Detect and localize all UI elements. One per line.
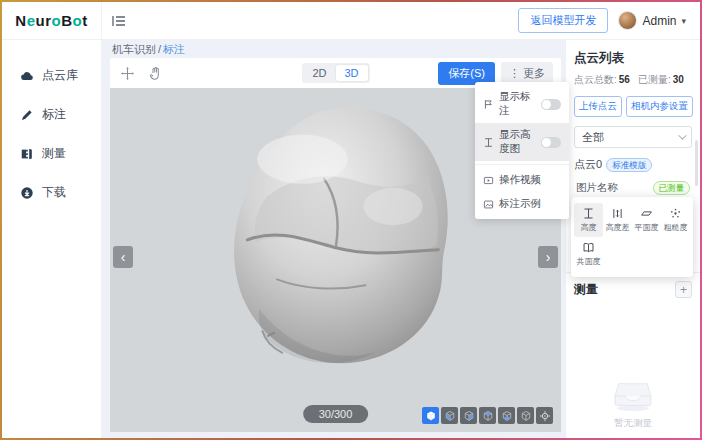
more-label: 更多 bbox=[523, 66, 545, 81]
measure-empty-state: 暂无测量 bbox=[566, 379, 700, 430]
back-to-model-dev-button[interactable]: 返回模型开发 bbox=[518, 8, 608, 33]
sidebar: 点云库 标注 测量 下载 bbox=[2, 40, 102, 438]
view-2d-tab[interactable]: 2D bbox=[304, 65, 336, 81]
empty-state-text: 暂无测量 bbox=[614, 417, 652, 430]
sidebar-collapse-icon[interactable] bbox=[112, 15, 126, 27]
stat-label: 已测量: bbox=[638, 74, 671, 85]
breadcrumb-separator: / bbox=[158, 43, 161, 55]
reset-view-button[interactable] bbox=[536, 407, 553, 424]
filter-selected-value: 全部 bbox=[582, 130, 604, 145]
user-menu[interactable]: Admin ▾ bbox=[618, 11, 686, 30]
point-cloud-library-icon bbox=[20, 69, 34, 83]
height-icon bbox=[582, 207, 595, 220]
tool-roughness[interactable]: 粗糙度 bbox=[661, 203, 690, 237]
status-badge: 已测量 bbox=[653, 181, 691, 195]
menu-item-show-heightmap[interactable]: 显示高度图 bbox=[475, 123, 569, 161]
user-name: Admin bbox=[642, 14, 676, 28]
tooth-model bbox=[208, 102, 464, 368]
tool-height[interactable]: 高度 bbox=[574, 203, 603, 237]
upload-pointcloud-button[interactable]: 上传点云 bbox=[574, 96, 622, 117]
height-difference-icon bbox=[611, 207, 624, 220]
view-cube-back-button[interactable] bbox=[460, 407, 477, 424]
show-annotation-toggle[interactable] bbox=[541, 99, 561, 110]
canvas-card: 2D 3D 保存(S) ⋮更多 显示标注 bbox=[110, 58, 561, 432]
menu-divider bbox=[475, 164, 569, 165]
view-3d-tab[interactable]: 3D bbox=[336, 65, 368, 81]
more-dots-icon: ⋮ bbox=[509, 67, 520, 80]
stat-total: 点云总数:56 bbox=[574, 73, 630, 87]
move-tool-icon[interactable] bbox=[118, 64, 136, 82]
cloud-item[interactable]: 点云0 标准模版 bbox=[574, 157, 692, 172]
height-map-icon bbox=[483, 137, 494, 148]
logo-letter: t bbox=[82, 12, 88, 29]
hand-tool-icon[interactable] bbox=[146, 64, 164, 82]
pagination-indicator: 30/300 bbox=[303, 405, 369, 423]
view-cube-iso-button[interactable] bbox=[422, 407, 439, 424]
coplanarity-icon bbox=[582, 241, 595, 254]
view-cube-right-button[interactable] bbox=[498, 407, 515, 424]
tool-coplanarity[interactable]: 共面度 bbox=[574, 237, 603, 271]
breadcrumb-current: 标注 bbox=[163, 42, 185, 57]
flag-icon bbox=[483, 99, 494, 110]
logo-letter-accent: o bbox=[73, 12, 83, 29]
logo-letter: ur bbox=[36, 12, 52, 29]
panel-buttons: 上传点云 相机内参设置 bbox=[574, 96, 692, 117]
filter-select[interactable]: 全部 bbox=[574, 126, 692, 148]
video-icon bbox=[483, 175, 494, 186]
logo-letter: N bbox=[15, 12, 26, 29]
measure-title: 测量 bbox=[574, 281, 598, 298]
tool-label: 平面度 bbox=[635, 222, 659, 233]
view-cube-top-button[interactable] bbox=[517, 407, 534, 424]
sidebar-item-label: 点云库 bbox=[42, 67, 78, 84]
tool-label: 共面度 bbox=[577, 256, 601, 267]
stat-value: 30 bbox=[673, 74, 684, 85]
view-mode-toggle: 2D 3D bbox=[302, 63, 370, 83]
image-list-item[interactable]: 图片名称 已测量 bbox=[574, 179, 692, 196]
stat-label: 点云总数: bbox=[574, 74, 617, 85]
panel-stats: 点云总数:56 已测量:30 bbox=[574, 73, 692, 87]
logo-letter-accent: o bbox=[52, 12, 62, 29]
breadcrumb: 机车识别/标注 bbox=[102, 40, 565, 58]
roughness-icon bbox=[669, 207, 682, 220]
next-image-button[interactable]: › bbox=[538, 246, 558, 268]
more-dropdown-menu: 显示标注 显示高度图 操作视频 bbox=[475, 82, 569, 219]
sidebar-item-annotate[interactable]: 标注 bbox=[2, 95, 101, 134]
menu-item-label: 显示标注 bbox=[499, 90, 536, 118]
tool-flatness[interactable]: 平面度 bbox=[632, 203, 661, 237]
image-name: 图片名称 bbox=[576, 181, 653, 195]
view-preset-buttons bbox=[422, 407, 553, 424]
header: NeuroBot 返回模型开发 Admin ▾ bbox=[2, 2, 700, 40]
prev-image-button[interactable]: ‹ bbox=[113, 246, 133, 268]
sidebar-item-download[interactable]: 下载 bbox=[2, 173, 101, 212]
template-badge: 标准模版 bbox=[606, 158, 652, 172]
sidebar-item-pointcloud-library[interactable]: 点云库 bbox=[2, 56, 101, 95]
sidebar-item-label: 下载 bbox=[42, 184, 66, 201]
show-heightmap-toggle[interactable] bbox=[541, 137, 561, 148]
logo-letter: B bbox=[61, 12, 72, 29]
canvas-toolbar: 2D 3D 保存(S) ⋮更多 显示标注 bbox=[110, 58, 561, 88]
menu-item-show-annotation[interactable]: 显示标注 bbox=[475, 85, 569, 123]
breadcrumb-parent[interactable]: 机车识别 bbox=[112, 42, 156, 57]
measure-tool-palette: 高度 高度差 平面度 粗糙度 bbox=[571, 197, 693, 277]
tool-height-difference[interactable]: 高度差 bbox=[603, 203, 632, 237]
logo-letter-accent: e bbox=[27, 12, 36, 29]
view-cube-front-button[interactable] bbox=[441, 407, 458, 424]
view-cube-left-button[interactable] bbox=[479, 407, 496, 424]
menu-item-tutorial-video[interactable]: 操作视频 bbox=[475, 168, 569, 192]
menu-item-annotation-example[interactable]: 标注示例 bbox=[475, 192, 569, 216]
avatar bbox=[618, 11, 637, 30]
tool-label: 高度 bbox=[581, 222, 597, 233]
app-logo: NeuroBot bbox=[15, 12, 87, 29]
add-measure-button[interactable]: + bbox=[675, 281, 692, 298]
stat-measured: 已测量:30 bbox=[638, 73, 684, 87]
empty-tray-icon bbox=[610, 379, 656, 413]
sidebar-item-measure[interactable]: 测量 bbox=[2, 134, 101, 173]
list-scrollbar[interactable] bbox=[695, 140, 698, 186]
annotate-pen-icon bbox=[20, 108, 34, 122]
menu-item-label: 操作视频 bbox=[499, 173, 561, 187]
header-right: 返回模型开发 Admin ▾ bbox=[518, 8, 700, 33]
menu-item-label: 显示高度图 bbox=[499, 128, 536, 156]
panel-title: 点云列表 bbox=[574, 50, 692, 67]
window-frame: NeuroBot 返回模型开发 Admin ▾ 点云库 标注 bbox=[0, 0, 702, 440]
camera-params-button[interactable]: 相机内参设置 bbox=[626, 96, 693, 117]
